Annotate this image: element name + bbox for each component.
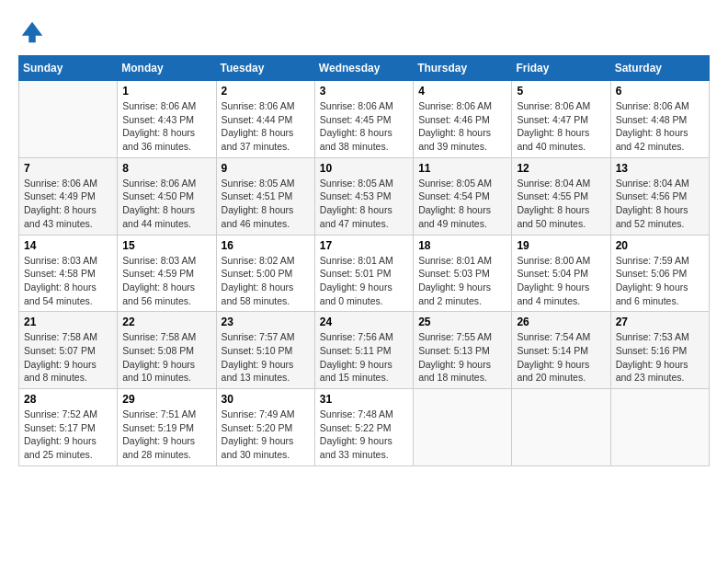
calendar-cell: 7Sunrise: 8:06 AM Sunset: 4:49 PM Daylig… <box>19 157 118 235</box>
calendar-cell: 6Sunrise: 8:06 AM Sunset: 4:48 PM Daylig… <box>610 81 709 158</box>
day-number: 12 <box>517 162 605 175</box>
calendar-cell: 19Sunrise: 8:00 AM Sunset: 5:04 PM Dayli… <box>512 235 610 312</box>
calendar-cell: 26Sunrise: 7:54 AM Sunset: 5:14 PM Dayli… <box>512 312 610 389</box>
logo <box>18 18 50 46</box>
day-info: Sunrise: 8:01 AM Sunset: 5:01 PM Dayligh… <box>320 254 408 308</box>
calendar-cell: 8Sunrise: 8:06 AM Sunset: 4:50 PM Daylig… <box>118 157 216 235</box>
day-info: Sunrise: 7:48 AM Sunset: 5:22 PM Dayligh… <box>320 408 408 462</box>
day-number: 18 <box>418 239 506 252</box>
calendar-day-header: Monday <box>118 56 216 81</box>
day-number: 14 <box>24 239 112 252</box>
day-info: Sunrise: 8:04 AM Sunset: 4:56 PM Dayligh… <box>616 177 704 231</box>
day-number: 21 <box>24 316 112 328</box>
calendar-header-row: SundayMondayTuesdayWednesdayThursdayFrid… <box>19 56 710 81</box>
day-info: Sunrise: 8:05 AM Sunset: 4:51 PM Dayligh… <box>222 177 310 231</box>
calendar-cell: 31Sunrise: 7:48 AM Sunset: 5:22 PM Dayli… <box>314 389 413 466</box>
calendar-cell <box>19 81 118 158</box>
calendar-cell: 25Sunrise: 7:55 AM Sunset: 5:13 PM Dayli… <box>414 312 512 389</box>
day-number: 5 <box>517 85 605 98</box>
calendar-day-header: Friday <box>512 56 610 81</box>
day-info: Sunrise: 8:02 AM Sunset: 5:00 PM Dayligh… <box>222 254 310 308</box>
day-number: 30 <box>222 393 310 406</box>
page-header <box>18 18 710 46</box>
calendar-day-header: Wednesday <box>314 56 413 81</box>
day-info: Sunrise: 8:06 AM Sunset: 4:47 PM Dayligh… <box>517 99 605 154</box>
calendar-cell: 3Sunrise: 8:06 AM Sunset: 4:45 PM Daylig… <box>314 81 413 158</box>
day-number: 19 <box>517 239 605 252</box>
day-number: 17 <box>320 239 408 252</box>
day-number: 20 <box>616 239 704 252</box>
day-info: Sunrise: 8:05 AM Sunset: 4:54 PM Dayligh… <box>418 177 506 231</box>
day-info: Sunrise: 8:05 AM Sunset: 4:53 PM Dayligh… <box>320 177 408 231</box>
calendar-cell: 16Sunrise: 8:02 AM Sunset: 5:00 PM Dayli… <box>216 235 314 312</box>
day-info: Sunrise: 7:57 AM Sunset: 5:10 PM Dayligh… <box>222 330 310 385</box>
day-info: Sunrise: 8:03 AM Sunset: 4:59 PM Dayligh… <box>122 254 210 308</box>
day-info: Sunrise: 7:53 AM Sunset: 5:16 PM Dayligh… <box>616 330 704 385</box>
day-number: 13 <box>616 162 704 175</box>
logo-icon <box>18 18 46 46</box>
day-info: Sunrise: 8:06 AM Sunset: 4:50 PM Dayligh… <box>122 177 210 231</box>
day-number: 9 <box>222 162 310 175</box>
day-number: 11 <box>418 162 506 175</box>
day-info: Sunrise: 7:51 AM Sunset: 5:19 PM Dayligh… <box>122 408 210 462</box>
calendar-cell: 5Sunrise: 8:06 AM Sunset: 4:47 PM Daylig… <box>512 81 610 158</box>
calendar-cell: 2Sunrise: 8:06 AM Sunset: 4:44 PM Daylig… <box>216 81 314 158</box>
day-number: 23 <box>222 316 310 328</box>
day-number: 26 <box>517 316 605 328</box>
day-info: Sunrise: 8:00 AM Sunset: 5:04 PM Dayligh… <box>517 254 605 308</box>
calendar-table: SundayMondayTuesdayWednesdayThursdayFrid… <box>18 55 710 466</box>
calendar-cell: 21Sunrise: 7:58 AM Sunset: 5:07 PM Dayli… <box>19 312 118 389</box>
day-info: Sunrise: 8:06 AM Sunset: 4:48 PM Dayligh… <box>616 99 704 154</box>
day-info: Sunrise: 7:58 AM Sunset: 5:07 PM Dayligh… <box>24 330 112 385</box>
day-number: 10 <box>320 162 408 175</box>
calendar-cell: 11Sunrise: 8:05 AM Sunset: 4:54 PM Dayli… <box>414 157 512 235</box>
day-number: 28 <box>24 393 112 406</box>
day-info: Sunrise: 8:03 AM Sunset: 4:58 PM Dayligh… <box>24 254 112 308</box>
day-number: 4 <box>418 85 506 98</box>
calendar-cell: 12Sunrise: 8:04 AM Sunset: 4:55 PM Dayli… <box>512 157 610 235</box>
calendar-cell: 29Sunrise: 7:51 AM Sunset: 5:19 PM Dayli… <box>118 389 216 466</box>
calendar-cell <box>512 389 610 466</box>
calendar-cell: 13Sunrise: 8:04 AM Sunset: 4:56 PM Dayli… <box>610 157 709 235</box>
day-number: 6 <box>616 85 704 98</box>
calendar-cell <box>610 389 709 466</box>
day-info: Sunrise: 7:55 AM Sunset: 5:13 PM Dayligh… <box>418 330 506 385</box>
calendar-cell <box>414 389 512 466</box>
calendar-cell: 18Sunrise: 8:01 AM Sunset: 5:03 PM Dayli… <box>414 235 512 312</box>
calendar-cell: 17Sunrise: 8:01 AM Sunset: 5:01 PM Dayli… <box>314 235 413 312</box>
day-number: 1 <box>122 85 210 98</box>
day-number: 25 <box>418 316 506 328</box>
calendar-cell: 4Sunrise: 8:06 AM Sunset: 4:46 PM Daylig… <box>414 81 512 158</box>
calendar-day-header: Tuesday <box>216 56 314 81</box>
day-info: Sunrise: 8:01 AM Sunset: 5:03 PM Dayligh… <box>418 254 506 308</box>
day-number: 29 <box>122 393 210 406</box>
day-info: Sunrise: 8:06 AM Sunset: 4:49 PM Dayligh… <box>24 177 112 231</box>
day-number: 8 <box>122 162 210 175</box>
calendar-cell: 15Sunrise: 8:03 AM Sunset: 4:59 PM Dayli… <box>118 235 216 312</box>
calendar-week-row: 1Sunrise: 8:06 AM Sunset: 4:43 PM Daylig… <box>19 81 710 158</box>
day-info: Sunrise: 7:58 AM Sunset: 5:08 PM Dayligh… <box>122 330 210 385</box>
day-number: 7 <box>24 162 112 175</box>
svg-marker-0 <box>22 22 43 43</box>
day-info: Sunrise: 7:52 AM Sunset: 5:17 PM Dayligh… <box>24 408 112 462</box>
calendar-day-header: Thursday <box>414 56 512 81</box>
calendar-cell: 1Sunrise: 8:06 AM Sunset: 4:43 PM Daylig… <box>118 81 216 158</box>
calendar-week-row: 28Sunrise: 7:52 AM Sunset: 5:17 PM Dayli… <box>19 389 710 466</box>
calendar-cell: 20Sunrise: 7:59 AM Sunset: 5:06 PM Dayli… <box>610 235 709 312</box>
day-info: Sunrise: 7:59 AM Sunset: 5:06 PM Dayligh… <box>616 254 704 308</box>
day-number: 2 <box>222 85 310 98</box>
day-number: 22 <box>122 316 210 328</box>
day-info: Sunrise: 8:04 AM Sunset: 4:55 PM Dayligh… <box>517 177 605 231</box>
day-number: 31 <box>320 393 408 406</box>
calendar-cell: 22Sunrise: 7:58 AM Sunset: 5:08 PM Dayli… <box>118 312 216 389</box>
calendar-cell: 24Sunrise: 7:56 AM Sunset: 5:11 PM Dayli… <box>314 312 413 389</box>
calendar-week-row: 14Sunrise: 8:03 AM Sunset: 4:58 PM Dayli… <box>19 235 710 312</box>
day-info: Sunrise: 8:06 AM Sunset: 4:44 PM Dayligh… <box>222 99 310 154</box>
calendar-cell: 30Sunrise: 7:49 AM Sunset: 5:20 PM Dayli… <box>216 389 314 466</box>
day-info: Sunrise: 8:06 AM Sunset: 4:46 PM Dayligh… <box>418 99 506 154</box>
day-info: Sunrise: 8:06 AM Sunset: 4:45 PM Dayligh… <box>320 99 408 154</box>
calendar-week-row: 21Sunrise: 7:58 AM Sunset: 5:07 PM Dayli… <box>19 312 710 389</box>
day-number: 27 <box>616 316 704 328</box>
calendar-day-header: Sunday <box>19 56 118 81</box>
calendar-cell: 10Sunrise: 8:05 AM Sunset: 4:53 PM Dayli… <box>314 157 413 235</box>
